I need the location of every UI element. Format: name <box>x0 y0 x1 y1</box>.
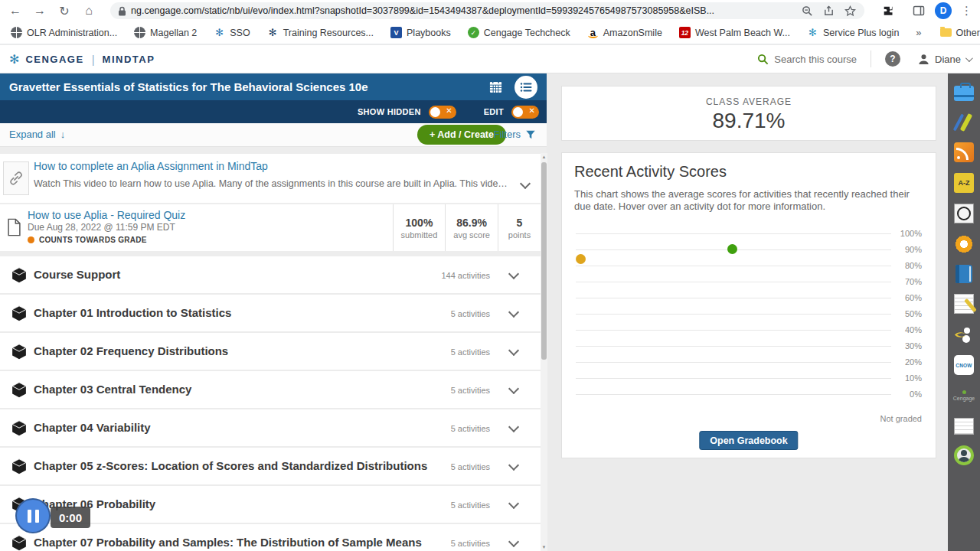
chapter-expand-chevron-icon[interactable] <box>508 307 519 318</box>
arrow-down-icon: ↓ <box>60 129 66 140</box>
bookmark-item[interactable]: VPlaybooks <box>390 27 451 38</box>
y-axis-tick-label: 10% <box>894 373 922 383</box>
browser-menu-icon[interactable]: ⋮ <box>961 4 972 18</box>
chapter-expand-chevron-icon[interactable] <box>508 345 519 356</box>
stat-avg-score: 86.9%avg score <box>445 204 498 251</box>
bookmark-item[interactable]: 12West Palm Beach W... <box>679 27 790 38</box>
chapter-cube-icon <box>11 305 27 321</box>
spark-teal-favicon-icon: ✻ <box>807 27 818 38</box>
zoom-icon[interactable] <box>800 4 814 18</box>
activity-row-aplia-quiz[interactable]: How to use Aplia - Required Quiz Due Aug… <box>0 204 541 251</box>
expand-chevron-icon[interactable] <box>520 178 531 189</box>
briefcase-app-icon[interactable] <box>954 86 974 101</box>
back-icon[interactable]: ← <box>8 3 23 18</box>
rss-app-icon[interactable] <box>954 142 974 162</box>
scroll-down-icon[interactable]: ▼ <box>541 543 547 551</box>
search-course-button[interactable]: Search this course <box>757 54 857 65</box>
chapter-expand-chevron-icon[interactable] <box>508 383 519 394</box>
chapter-expand-chevron-icon[interactable] <box>508 460 519 471</box>
chapter-row[interactable]: Chapter 01 Introduction to Statistics5 a… <box>0 295 541 333</box>
user-menu[interactable]: Diane <box>917 53 971 66</box>
spark-navy-favicon-icon: ✻ <box>267 27 279 38</box>
chapter-activity-count: 5 activities <box>451 462 490 471</box>
bookmark-item[interactable]: ✻SSO <box>214 27 250 38</box>
activity-title-link[interactable]: How to complete an Aplia Assignment in M… <box>34 160 268 172</box>
quiz-title-link[interactable]: How to use Aplia - Required Quiz <box>28 209 185 221</box>
add-create-button[interactable]: + Add / Create <box>417 125 506 145</box>
document-icon <box>7 218 21 236</box>
chapter-title: Chapter 07 Probability and Samples: The … <box>34 536 422 549</box>
gridline <box>576 298 891 298</box>
open-gradebook-button[interactable]: Open Gradebook <box>699 431 798 450</box>
help-icon[interactable]: ? <box>885 51 900 67</box>
expand-all-button[interactable]: Expand all↓ <box>9 129 65 140</box>
gridline <box>576 314 891 315</box>
notes-app-icon[interactable] <box>954 294 974 314</box>
readspeaker-app-icon[interactable] <box>954 324 974 344</box>
calendar-icon[interactable] <box>489 80 502 93</box>
cengage-mindtap-logo[interactable]: ✻ CENGAGE | MINDTAP <box>9 52 155 67</box>
bookmark-item[interactable]: aAmazonSmile <box>587 27 662 38</box>
chapter-expand-chevron-icon[interactable] <box>508 498 519 509</box>
bookmark-label: SSO <box>230 28 250 38</box>
folder-icon <box>940 28 952 37</box>
bookmarks-overflow-icon[interactable]: » <box>916 27 921 38</box>
link-icon <box>3 161 29 195</box>
reload-icon[interactable]: ↻ <box>57 3 72 18</box>
edit-toggle[interactable]: ✕ <box>511 106 539 119</box>
chapter-row[interactable]: Chapter 04 Variability5 activities <box>0 409 541 448</box>
scroll-up-icon[interactable]: ▲ <box>541 153 547 161</box>
powernotes-app-icon[interactable] <box>954 234 974 254</box>
quiz-stats: 100%submitted86.9%avg score5points <box>393 204 541 251</box>
chapter-expand-chevron-icon[interactable] <box>508 269 519 279</box>
forward-icon[interactable]: → <box>32 3 47 18</box>
check-green-favicon-icon: ✓ <box>468 27 479 38</box>
show-hidden-toggle[interactable]: ✕ <box>429 106 456 119</box>
cnow-app-icon[interactable]: CNOW <box>954 355 974 375</box>
notepad-app-icon[interactable] <box>954 418 974 435</box>
content-scrollbar[interactable]: ▲ ▼ <box>541 153 547 551</box>
home-icon[interactable]: ⌂ <box>81 3 96 18</box>
browser-profile-avatar[interactable]: D <box>935 2 952 19</box>
bookmark-label: AmazonSmile <box>603 28 662 38</box>
pens-app-icon[interactable] <box>954 112 974 132</box>
chapter-expand-chevron-icon[interactable] <box>508 422 519 432</box>
y-axis-tick-label: 100% <box>894 229 922 238</box>
chapter-row[interactable]: Chapter 02 Frequency Distributions5 acti… <box>0 333 541 371</box>
address-bar[interactable]: ng.cengage.com/static/nb/ui/evo/index.ht… <box>110 2 864 19</box>
stat-label: avg score <box>453 230 490 240</box>
chapter-activity-count: 5 activities <box>451 500 490 510</box>
extensions-icon[interactable] <box>881 4 895 18</box>
bookmark-item[interactable]: ✻Service Plus login <box>807 27 899 38</box>
activity-score-dot[interactable] <box>727 244 737 254</box>
app-dock: A-ZCNOWCengage <box>948 73 980 551</box>
bookmark-item[interactable]: ✻Training Resources... <box>267 27 374 38</box>
chapter-row[interactable]: Chapter 05 z-Scores: Location of Scores … <box>0 448 541 486</box>
pause-button[interactable] <box>15 498 51 533</box>
bookmark-item[interactable]: ✓Cengage Techcheck <box>468 27 570 38</box>
bookmark-star-icon[interactable] <box>843 4 857 18</box>
chapter-expand-chevron-icon[interactable] <box>508 536 519 547</box>
filters-button[interactable]: Filters <box>494 129 536 140</box>
scrollbar-thumb[interactable] <box>541 162 547 360</box>
ebook-app-icon[interactable] <box>956 265 972 283</box>
bookmark-item[interactable]: Magellan 2 <box>134 27 197 38</box>
bookmark-item[interactable]: OLR Administration... <box>11 27 117 38</box>
course-outline-button[interactable] <box>514 76 537 99</box>
activity-chart-grid: Not graded 100%90%80%70%60%50%40%30%20%1… <box>576 233 922 417</box>
cengage-app-icon[interactable]: Cengage <box>954 386 974 406</box>
other-bookmarks-button[interactable]: Other bookmarks <box>940 28 980 38</box>
activity-row-aplia-video[interactable]: How to complete an Aplia Assignment in M… <box>0 154 541 203</box>
video-time: 0:00 <box>51 507 90 528</box>
chapter-row[interactable]: Course Support144 activities <box>0 256 541 295</box>
share-icon[interactable] <box>822 4 835 18</box>
timer-app-icon[interactable] <box>954 204 974 223</box>
amazon-favicon-icon: a <box>587 27 599 38</box>
chapter-row[interactable]: Chapter 03 Central Tendency5 activities <box>0 371 541 409</box>
glossary-app-icon[interactable]: A-Z <box>954 173 974 193</box>
y-axis-tick-label: 0% <box>894 390 922 399</box>
course-title: Gravetter Essentials of Statistics for T… <box>9 80 368 93</box>
activity-score-dot[interactable] <box>576 254 586 264</box>
profile-app-icon[interactable] <box>954 445 974 465</box>
side-panel-icon[interactable] <box>912 4 926 18</box>
